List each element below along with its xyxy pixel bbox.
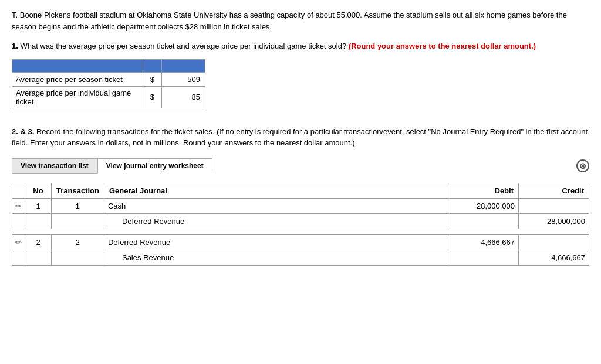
price-table-row: Average price per season ticket $: [12, 72, 205, 86]
journal-no-0: 1: [25, 198, 52, 213]
journal-account-1-1: Sales Revenue: [104, 250, 448, 265]
journal-table-header-row: No Transaction General Journal Debit Cre…: [12, 183, 589, 198]
journal-th-edit: [12, 183, 25, 198]
button-row: View transaction list View journal entry…: [12, 158, 589, 174]
q1-number: 1.: [12, 42, 18, 50]
price-label-1: Average price per individual game ticket: [12, 86, 143, 108]
price-dollar-0: $: [143, 72, 161, 86]
q1-text: What was the average price per season ti…: [20, 42, 346, 50]
journal-debit-1-0: 4,666,667: [448, 234, 519, 250]
journal-table-row: ✏22Deferred Revenue4,666,667: [12, 234, 589, 250]
journal-debit-0-0: 28,000,000: [448, 198, 519, 213]
price-table-th-label: [12, 59, 143, 72]
intro-text: T. Boone Pickens football stadium at Okl…: [12, 9, 589, 32]
price-value-0[interactable]: [161, 72, 205, 86]
journal-account-0-1: Deferred Revenue: [104, 213, 448, 229]
question2: 2. & 3. Record the following transaction…: [12, 126, 589, 149]
price-table-wrapper: Average price per season ticket $ Averag…: [12, 59, 589, 108]
journal-th-general-journal: General Journal: [104, 183, 448, 198]
journal-th-debit: Debit: [448, 183, 519, 198]
edit-icon-1[interactable]: ✏: [12, 234, 25, 250]
price-table-th-dollar: [143, 59, 161, 72]
price-input-0[interactable]: [168, 75, 200, 84]
journal-credit-0-0: [519, 198, 589, 213]
question1: 1. What was the average price per season…: [12, 40, 589, 52]
journal-credit-1-1: 4,666,667: [519, 250, 589, 265]
button-row-left: View transaction list View journal entry…: [12, 158, 212, 174]
journal-table-row: Deferred Revenue28,000,000: [12, 213, 589, 229]
journal-trans-0: 1: [52, 198, 104, 213]
journal-credit-1-0: [519, 234, 589, 250]
price-dollar-1: $: [143, 86, 161, 108]
journal-credit-0-1: 28,000,000: [519, 213, 589, 229]
price-table-th-value: [161, 59, 205, 72]
journal-account-0-0: Cash: [104, 198, 448, 213]
price-label-0: Average price per season ticket: [12, 72, 143, 86]
journal-table: No Transaction General Journal Debit Cre…: [12, 183, 589, 266]
price-value-1[interactable]: [161, 86, 205, 108]
journal-th-credit: Credit: [519, 183, 589, 198]
view-transaction-list-button[interactable]: View transaction list: [12, 158, 97, 174]
close-button[interactable]: ⊗: [576, 159, 589, 172]
q1-bold-red: (Round your answers to the nearest dolla…: [349, 42, 536, 50]
edit-icon-0[interactable]: ✏: [12, 198, 25, 213]
price-table-row: Average price per individual game ticket…: [12, 86, 205, 108]
journal-trans-1: 2: [52, 234, 104, 250]
journal-no-1: 2: [25, 234, 52, 250]
journal-table-row: Sales Revenue4,666,667: [12, 250, 589, 265]
edit-spacer-0-1: [12, 213, 25, 229]
journal-th-transaction: Transaction: [52, 183, 104, 198]
journal-table-row: ✏11Cash28,000,000: [12, 198, 589, 213]
journal-debit-1-1: [448, 250, 519, 265]
price-table: Average price per season ticket $ Averag…: [12, 59, 205, 108]
journal-debit-0-1: [448, 213, 519, 229]
price-table-header-row: [12, 59, 205, 72]
journal-th-no: No: [25, 183, 52, 198]
edit-spacer-1-1: [12, 250, 25, 265]
view-journal-entry-button[interactable]: View journal entry worksheet: [97, 158, 212, 174]
q2-number: 2. & 3.: [12, 127, 34, 136]
price-input-1[interactable]: [168, 93, 200, 101]
journal-spacer-row: [12, 229, 589, 234]
q2-text: Record the following transactions for th…: [36, 127, 214, 136]
journal-account-1-0: Deferred Revenue: [104, 234, 448, 250]
